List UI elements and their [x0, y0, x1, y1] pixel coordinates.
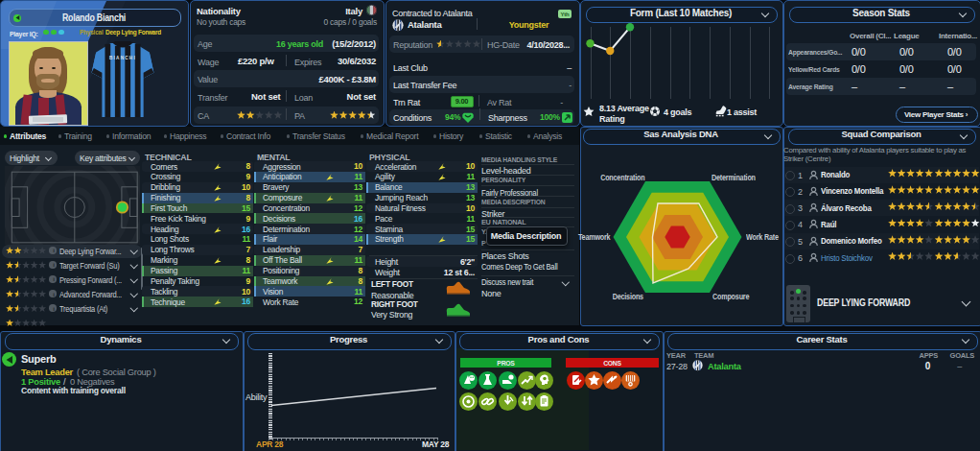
svg-text:BIANCHI: BIANCHI: [109, 55, 136, 61]
